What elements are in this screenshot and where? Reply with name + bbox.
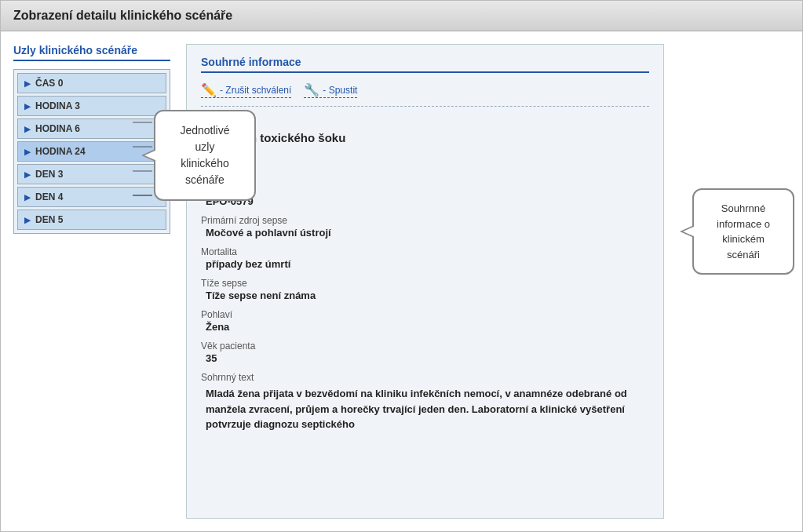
value-pohlavi: Žena xyxy=(201,321,649,333)
page-wrapper: Zobrazení detailu klinického scénáře Uzl… xyxy=(0,0,803,532)
node-item-hodina6[interactable]: ▶ HODINA 6 xyxy=(17,118,166,139)
value-sohrnny-text: Mladá žena přijata v bezvědomí na klinik… xyxy=(201,386,649,432)
right-callout-text: Souhrnné informace o klinickém scénáři xyxy=(717,202,770,261)
revoke-action[interactable]: ✏️ - Zrušit schválení xyxy=(201,82,291,98)
field-vek: Věk pacienta 35 xyxy=(201,341,649,364)
left-panel-title: Uzly klinického scénáře xyxy=(13,44,170,61)
value-id: 418 xyxy=(201,164,649,176)
nodes-callout-text: Jednotlivé uzly klinického scénáře xyxy=(180,124,229,186)
arrow-icon: ▶ xyxy=(24,125,31,133)
label-nazev: Název xyxy=(201,119,649,130)
node-item-den5[interactable]: ▶ DEN 5 xyxy=(17,210,166,230)
pencil-icon: ✏️ xyxy=(201,82,217,97)
action-bar: ✏️ - Zrušit schválení 🔧 - Spustit xyxy=(201,82,649,107)
node-label: HODINA 6 xyxy=(35,123,80,134)
node-item-den4[interactable]: ▶ DEN 4 xyxy=(17,187,166,207)
label-mortalita: Mortalita xyxy=(201,246,649,257)
left-panel: Uzly klinického scénáře ▶ ČAS 0 ▶ HODINA… xyxy=(13,44,170,519)
node-item-cas0[interactable]: ▶ ČAS 0 xyxy=(17,73,166,93)
label-id: ID xyxy=(201,152,649,163)
revoke-label: - Zrušit schválení xyxy=(220,85,291,96)
arrow-icon: ▶ xyxy=(24,148,31,156)
node-label: HODINA 24 xyxy=(35,146,86,157)
arrow-icon: ▶ xyxy=(24,79,31,88)
label-pohlavi: Pohlaví xyxy=(201,309,649,320)
page-content: Uzly klinického scénáře ▶ ČAS 0 ▶ HODINA… xyxy=(1,31,802,531)
value-mortalita: případy bez úmrtí xyxy=(201,258,649,270)
value-primarni-zdroj: Močové a pohlavní ústrojí xyxy=(201,227,649,239)
label-vek: Věk pacienta xyxy=(201,341,649,352)
node-label: DEN 4 xyxy=(35,191,63,202)
field-mortalita: Mortalita případy bez úmrtí xyxy=(201,246,649,270)
value-vek: 35 xyxy=(201,352,649,364)
run-action[interactable]: 🔧 - Spustit xyxy=(304,82,357,98)
run-icon: 🔧 xyxy=(304,82,319,97)
label-sohrnny-text: Sohrnný text xyxy=(201,372,649,383)
node-item-den3[interactable]: ▶ DEN 3 xyxy=(17,164,166,184)
arrow-icon: ▶ xyxy=(24,216,31,224)
label-epossid: EPOSS ID xyxy=(201,184,649,195)
node-label: DEN 5 xyxy=(35,214,63,225)
nodes-callout: Jednotlivé uzly klinického scénáře xyxy=(154,110,256,201)
page-header: Zobrazení detailu klinického scénáře xyxy=(1,1,802,31)
node-label: DEN 3 xyxy=(35,169,63,180)
arrow-icon: ▶ xyxy=(24,102,31,111)
bracket xyxy=(662,88,664,378)
value-tize-sepse: Tíže sepse není známa xyxy=(201,290,649,301)
field-pohlavi: Pohlaví Žena xyxy=(201,309,649,333)
label-primarni-zdroj: Primární zdroj sepse xyxy=(201,215,649,226)
right-callout: Souhrnné informace o klinickém scénáři xyxy=(692,188,794,275)
page-title: Zobrazení detailu klinického scénáře xyxy=(13,9,790,23)
node-label: HODINA 3 xyxy=(35,100,80,111)
field-nazev: Název Syndrom toxického šoku xyxy=(201,119,649,144)
value-nazev: Syndrom toxického šoku xyxy=(201,131,649,144)
field-primarni-zdroj: Primární zdroj sepse Močové a pohlavní ú… xyxy=(201,215,649,239)
arrow-icon: ▶ xyxy=(24,193,31,202)
field-id: ID 418 xyxy=(201,152,649,176)
run-label: - Spustit xyxy=(323,85,357,96)
label-tize-sepse: Tíže sepse xyxy=(201,278,649,289)
right-panel: Souhrné informace ✏️ - Zrušit schválení … xyxy=(186,44,664,519)
field-sohrnny-text: Sohrnný text Mladá žena přijata v bezvěd… xyxy=(201,372,649,432)
field-tize-sepse: Tíže sepse Tíže sepse není známa xyxy=(201,278,649,301)
field-epossid: EPOSS ID EPO-0579 xyxy=(201,184,649,207)
value-epossid: EPO-0579 xyxy=(201,195,649,207)
arrow-icon: ▶ xyxy=(24,170,31,179)
right-panel-title: Souhrné informace xyxy=(201,56,649,73)
node-item-hodina3[interactable]: ▶ HODINA 3 xyxy=(17,96,166,116)
node-label: ČAS 0 xyxy=(35,78,63,89)
